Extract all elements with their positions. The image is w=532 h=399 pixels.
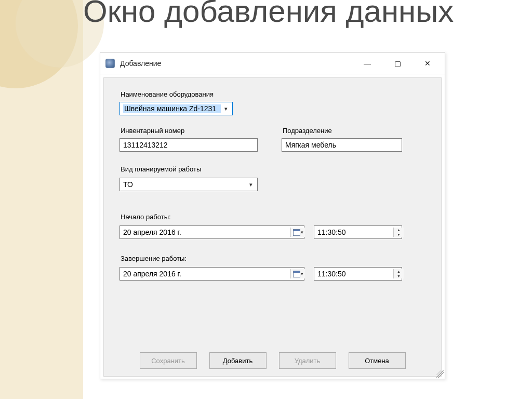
work-type-label: Вид планируемой работы: [121, 165, 201, 173]
spinner-icon[interactable]: ▲▼: [393, 269, 404, 278]
department-input[interactable]: Мягкая мебель: [282, 138, 402, 152]
inventory-input[interactable]: 13112413212: [119, 138, 258, 152]
end-label: Завершение работы:: [121, 255, 187, 262]
start-time-value: 11:30:50: [317, 228, 393, 236]
calendar-icon[interactable]: ▾: [290, 228, 305, 237]
start-time-picker[interactable]: 11:30:50 ▲▼: [314, 225, 402, 239]
add-button[interactable]: Добавить: [209, 352, 267, 369]
close-button[interactable]: ✕: [413, 53, 443, 74]
end-date-value: 20 апреля 2016 г.: [123, 270, 290, 278]
spinner-icon[interactable]: ▲▼: [393, 228, 404, 237]
start-date-picker[interactable]: 20 апреля 2016 г. ▾: [119, 225, 304, 239]
chevron-down-icon[interactable]: ▾: [221, 104, 231, 113]
work-type-value: ТО: [123, 180, 246, 189]
titlebar[interactable]: Добавление — ▢ ✕: [100, 52, 445, 74]
cancel-button[interactable]: Отмена: [349, 352, 406, 369]
chevron-down-icon[interactable]: ▾: [246, 180, 256, 189]
equipment-value: Швейная машинка Zd-1231: [123, 104, 221, 113]
app-icon: [105, 59, 115, 68]
minimize-button[interactable]: —: [352, 53, 382, 74]
inventory-label: Инвентарный номер: [121, 127, 184, 135]
resize-grip-icon[interactable]: [436, 370, 444, 378]
equipment-label: Наименование оборудования: [121, 90, 214, 98]
slide-title: Окно добавления данных: [83, 0, 454, 28]
dialog-window: Добавление — ▢ ✕ Наименование оборудован…: [100, 52, 445, 379]
window-title: Добавление: [120, 59, 161, 68]
start-label: Начало работы:: [121, 213, 171, 221]
department-value: Мягкая мебель: [285, 141, 336, 149]
end-time-picker[interactable]: 11:30:50 ▲▼: [314, 267, 402, 281]
delete-button[interactable]: Удалить: [279, 352, 336, 369]
save-button[interactable]: Сохранить: [140, 352, 197, 369]
end-date-picker[interactable]: 20 апреля 2016 г. ▾: [119, 267, 304, 281]
calendar-icon[interactable]: ▾: [290, 269, 305, 278]
maximize-button[interactable]: ▢: [382, 53, 413, 74]
work-type-combo[interactable]: ТО ▾: [119, 178, 258, 191]
client-area: Наименование оборудования Швейная машинк…: [103, 77, 442, 377]
end-time-value: 11:30:50: [317, 270, 393, 278]
button-bar: Сохранить Добавить Удалить Отмена: [104, 352, 441, 369]
department-label: Подразделение: [283, 127, 332, 135]
start-date-value: 20 апреля 2016 г.: [123, 228, 290, 236]
equipment-combo[interactable]: Швейная машинка Zd-1231 ▾: [119, 102, 233, 115]
inventory-value: 13112413212: [123, 141, 168, 149]
